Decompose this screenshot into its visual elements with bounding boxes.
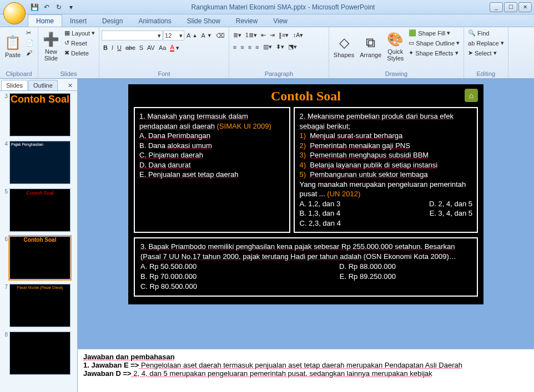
- thumb-row[interactable]: 8: [1, 332, 76, 375]
- slide-area[interactable]: ⌂ Contoh Soal 1. Manakah yang termasuk d…: [78, 79, 534, 349]
- slide[interactable]: ⌂ Contoh Soal 1. Manakah yang termasuk d…: [128, 84, 483, 304]
- spacing-button[interactable]: AV: [145, 43, 157, 52]
- pane-tabs: Slides Outline ✕: [0, 79, 77, 91]
- paste-button[interactable]: 📋 Paste: [2, 28, 23, 65]
- indent-inc-button[interactable]: ⇥: [268, 30, 276, 40]
- outline-icon: ▭: [409, 39, 414, 47]
- undo-button[interactable]: ↶: [41, 2, 52, 13]
- quick-styles-label: Quick Styles: [387, 48, 404, 62]
- thumb-title: Contoh Soal: [10, 189, 70, 197]
- paste-label: Paste: [5, 52, 21, 58]
- eraser-icon: ⌫: [216, 32, 225, 39]
- tab-review[interactable]: Review: [228, 15, 265, 27]
- select-icon: ➤: [468, 49, 473, 57]
- thumb-row[interactable]: 6 Contoh Soal: [1, 236, 76, 279]
- find-label: Find: [477, 30, 489, 37]
- font-size-combo[interactable]: 12▾: [163, 30, 184, 40]
- shape-outline-button[interactable]: ▭Shape Outline ▾: [407, 38, 461, 48]
- text-direction-button[interactable]: ↕A▾: [291, 30, 305, 40]
- slide-thumbnail[interactable]: [9, 332, 70, 375]
- group-paragraph: ≣▾ 1≣▾ ⇤ ⇥ ‖≡▾ ↕A▾ ≡ ≡ ≡ ≡ ▥▾ ⬍▾ ⬔▾ Para…: [229, 27, 329, 78]
- thumb-row[interactable]: 7 Pasar Modal (Pasar Dana): [1, 284, 76, 327]
- font-family-combo[interactable]: ▾: [102, 30, 163, 40]
- layout-button[interactable]: ▦Layout ▾: [63, 28, 97, 38]
- notes-answer-2-text: 2, 4, dan 5 merupakan pengeluaran pemeri…: [132, 369, 432, 378]
- reset-button[interactable]: ↺Reset: [63, 38, 97, 48]
- minimize-button[interactable]: _: [490, 2, 503, 12]
- font-color-button[interactable]: A▾: [168, 43, 180, 53]
- line-spacing-button[interactable]: ‖≡▾: [277, 30, 290, 40]
- shape-effects-button[interactable]: ✦Shape Effects ▾: [407, 48, 461, 58]
- pane-close-button[interactable]: ✕: [66, 81, 75, 90]
- q3-opt-c: C. Rp 80.500.000: [140, 282, 471, 292]
- tab-view[interactable]: View: [265, 15, 295, 27]
- bold-button[interactable]: B: [102, 43, 109, 52]
- copy-button[interactable]: 📄: [24, 38, 36, 48]
- q2-stem: 2. Mekanisme pembelian produk dari bursa…: [299, 111, 472, 131]
- columns-button[interactable]: ▥▾: [261, 42, 274, 52]
- new-slide-button[interactable]: ➕ New Slide: [41, 28, 62, 65]
- strike-button[interactable]: abc: [124, 43, 137, 52]
- align-left-button[interactable]: ≡: [231, 43, 238, 52]
- slide-thumbnail[interactable]: Contoh Soal: [9, 93, 70, 136]
- close-button[interactable]: ✕: [518, 2, 532, 12]
- maximize-button[interactable]: ☐: [504, 2, 517, 12]
- quick-styles-button[interactable]: 🎨Quick Styles: [385, 28, 406, 65]
- align-center-button[interactable]: ≡: [239, 43, 245, 52]
- change-case-button[interactable]: Aa: [157, 43, 168, 52]
- indent-dec-button[interactable]: ⇤: [259, 30, 268, 40]
- thumb-row[interactable]: 3 Contoh Soal: [1, 93, 76, 136]
- thumb-row[interactable]: 5 Contoh Soal: [1, 189, 76, 232]
- slide-thumbnail[interactable]: Pajak Penghasilan: [9, 141, 70, 184]
- qat-more[interactable]: ▾: [66, 2, 77, 13]
- tab-design[interactable]: Design: [94, 15, 130, 27]
- pane-tab-slides[interactable]: Slides: [1, 80, 28, 90]
- slide-thumbnail[interactable]: Pasar Modal (Pasar Dana): [9, 284, 70, 327]
- q1-opt-e: E. Penjualan aset tetap daerah: [139, 170, 285, 180]
- align-right-button[interactable]: ≡: [246, 43, 253, 52]
- bullets-button[interactable]: ≣▾: [231, 30, 243, 40]
- quickstyles-icon: 🎨: [387, 32, 404, 47]
- clear-format-button[interactable]: ⌫: [214, 31, 226, 40]
- q2-opt-b: B. 1,3, dan 4: [299, 208, 340, 218]
- tab-slideshow[interactable]: Slide Show: [179, 15, 228, 27]
- select-button[interactable]: ➤Select ▾: [466, 48, 506, 58]
- q1-opt-a: A. Dana Perimbangan: [139, 131, 285, 141]
- grow-font-button[interactable]: A▲: [185, 31, 199, 40]
- thumb-row[interactable]: 4 Pajak Penghasilan: [1, 141, 76, 184]
- group-clipboard: 📋 Paste ✂ 📄 🖌 Clipboard: [0, 27, 38, 78]
- numbering-button[interactable]: 1≣▾: [244, 30, 259, 40]
- tab-insert[interactable]: Insert: [62, 15, 94, 27]
- format-painter-button[interactable]: 🖌: [24, 48, 36, 57]
- slide-thumbnail-selected[interactable]: Contoh Soal: [9, 236, 70, 279]
- replace-icon: ab: [468, 40, 475, 47]
- save-button[interactable]: 💾: [29, 2, 40, 13]
- arrange-button[interactable]: ⧉Arrange: [357, 28, 384, 65]
- cut-button[interactable]: ✂: [24, 28, 36, 38]
- shapes-button[interactable]: ◇Shapes: [331, 28, 356, 65]
- q1-source: (SIMAK UI 2009): [217, 122, 271, 130]
- shape-fill-button[interactable]: 🟩Shape Fill ▾: [407, 28, 461, 38]
- shadow-button[interactable]: S: [138, 43, 145, 52]
- tab-animations[interactable]: Animations: [130, 15, 179, 27]
- smartart-button[interactable]: ⬔▾: [286, 42, 299, 52]
- notes-pane[interactable]: Jawaban dan pembahasan 1. Jawaban E => P…: [78, 349, 534, 392]
- delete-button[interactable]: ✖Delete: [63, 48, 97, 58]
- shrink-font-button[interactable]: A▼: [199, 31, 213, 40]
- slide-thumbnail[interactable]: Contoh Soal: [9, 189, 70, 232]
- thumbnails[interactable]: 3 Contoh Soal 4 Pajak Penghasilan 5 Cont…: [0, 91, 77, 392]
- underline-button[interactable]: U: [115, 43, 123, 52]
- find-button[interactable]: 🔍Find: [466, 28, 506, 38]
- tab-home[interactable]: Home: [28, 14, 62, 27]
- shapes-icon: ◇: [339, 35, 349, 50]
- replace-button[interactable]: abReplace ▾: [466, 38, 506, 48]
- pane-tab-outline[interactable]: Outline: [28, 80, 58, 90]
- align-text-button[interactable]: ⬍▾: [274, 42, 286, 52]
- justify-button[interactable]: ≡: [254, 43, 260, 52]
- redo-button[interactable]: ↻: [53, 2, 64, 13]
- home-icon[interactable]: ⌂: [465, 89, 478, 102]
- italic-button[interactable]: I: [110, 43, 115, 52]
- delete-icon: ✖: [64, 49, 69, 57]
- office-button[interactable]: [3, 2, 26, 24]
- q3-opt-d: D. Rp 88.000.000: [339, 262, 396, 272]
